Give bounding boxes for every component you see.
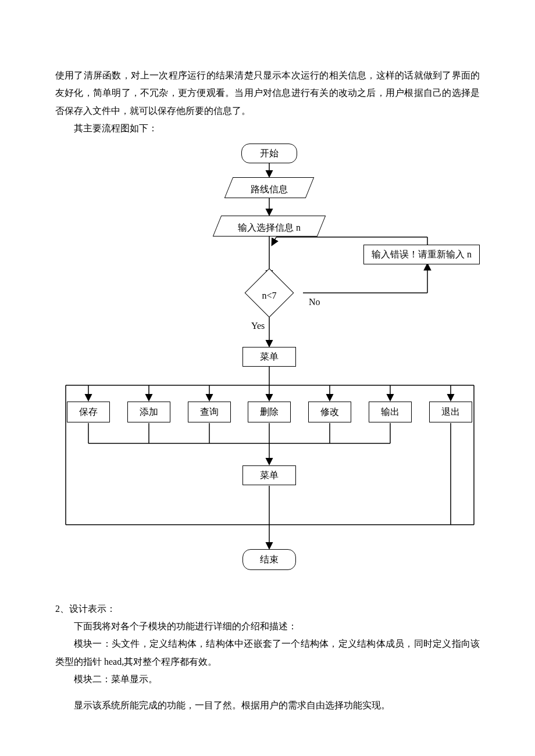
flow-decision-label: n<7 — [262, 291, 276, 300]
flow-menu1: 菜单 — [242, 347, 296, 367]
intro-paragraph: 使用了清屏函数，对上一次程序运行的结果清楚只显示本次运行的相关信息，这样的话就做… — [55, 67, 480, 120]
flow-end: 结束 — [242, 549, 296, 570]
flow-yes-label: Yes — [250, 317, 266, 335]
section2-p4: 显示该系统所能完成的功能，一目了然。根据用户的需求自由选择功能实现。 — [55, 697, 480, 714]
flow-opt-exit: 退出 — [429, 402, 472, 422]
flow-opt-query: 查询 — [188, 402, 231, 422]
flow-input-select-label: 输入选择信息 n — [238, 223, 301, 232]
flow-input-error-label: 输入错误！请重新输入 n — [372, 249, 472, 260]
flow-input-select: 输入选择信息 n — [217, 219, 322, 237]
page: 使用了清屏函数，对上一次程序运行的结果清楚只显示本次运行的相关信息，这样的话就做… — [0, 0, 535, 749]
section2-p2: 模块一：头文件，定义结构体，结构体中还嵌套了一个结构体，定义结构体成员，同时定义… — [55, 635, 480, 671]
flow-decision: n<7 — [241, 287, 297, 304]
section2-heading: 2、设计表示： — [55, 600, 480, 618]
flowchart: 开始 路线信息 输入选择信息 n 输入错误！请重新输入 n n<7 No Yes… — [55, 141, 480, 583]
flow-menu2: 菜单 — [242, 465, 296, 485]
flow-menu2-label: 菜单 — [260, 470, 279, 481]
flow-opt-delete: 删除 — [248, 402, 291, 422]
flow-route-info: 路线信息 — [229, 181, 310, 198]
flow-no-label: No — [308, 293, 322, 311]
flow-opt-save: 保存 — [67, 402, 110, 422]
svg-line-8 — [272, 237, 276, 245]
flow-menu1-label: 菜单 — [260, 351, 279, 362]
flow-start: 开始 — [241, 144, 297, 163]
gap — [55, 689, 480, 697]
flowchart-intro: 其主要流程图如下： — [55, 120, 480, 137]
flow-end-label: 结束 — [260, 554, 279, 565]
section2-p1: 下面我将对各个子模块的功能进行详细的介绍和描述： — [55, 618, 480, 635]
flow-opt-output: 输出 — [369, 402, 412, 422]
flow-input-error: 输入错误！请重新输入 n — [363, 245, 480, 264]
flow-route-info-label: 路线信息 — [251, 184, 288, 194]
section2-p3: 模块二：菜单显示。 — [55, 671, 480, 688]
flow-start-label: 开始 — [260, 148, 279, 159]
flow-opt-add: 添加 — [127, 402, 170, 422]
flow-opt-modify: 修改 — [308, 402, 351, 422]
